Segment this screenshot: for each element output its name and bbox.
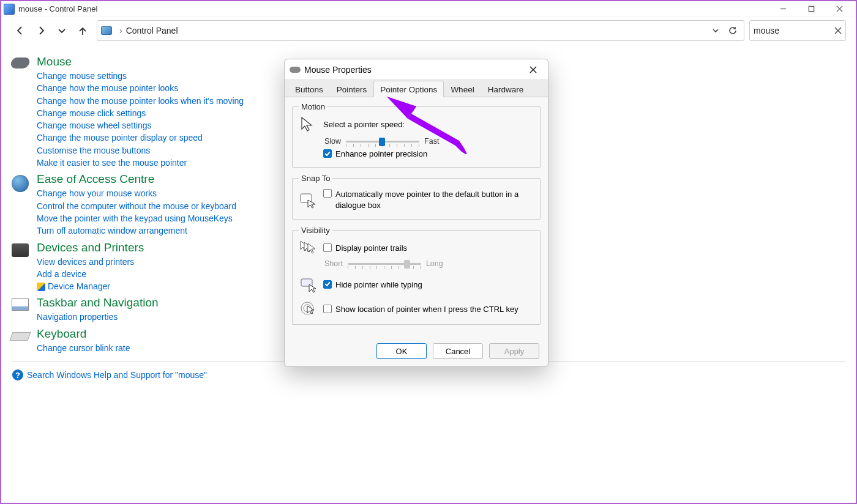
link-add-device[interactable]: Add a device — [37, 268, 144, 280]
trails-length-slider — [348, 258, 421, 269]
address-bar[interactable]: › Control Panel — [97, 20, 744, 41]
forward-button[interactable] — [32, 21, 50, 40]
window-title: mouse - Control Panel — [18, 4, 97, 13]
dlg-title: Mouse Properties — [304, 65, 372, 75]
link-change-pointer-moving[interactable]: Change how the mouse pointer looks when … — [37, 95, 244, 107]
control-panel-icon — [101, 26, 112, 35]
link-change-pointer-looks[interactable]: Change how the mouse pointer looks — [37, 82, 244, 94]
group-visibility: Visibility Display pointer trails Short … — [292, 226, 541, 325]
maximize-button[interactable] — [797, 1, 825, 17]
dlg-tabs: Buttons Pointers Pointer Options Wheel H… — [285, 80, 548, 97]
back-button[interactable] — [11, 21, 29, 40]
breadcrumb[interactable]: Control Panel — [126, 26, 178, 35]
ok-button[interactable]: OK — [376, 343, 427, 359]
group-motion: Motion Select a pointer speed: Slow Fast… — [292, 102, 541, 168]
group-title-taskbar[interactable]: Taskbar and Navigation — [37, 296, 159, 309]
hide-typing-checkbox[interactable] — [323, 280, 332, 289]
pointer-trails-checkbox[interactable] — [323, 243, 332, 252]
svg-marker-9 — [302, 117, 312, 131]
link-change-mouse-works[interactable]: Change how your mouse works — [37, 187, 236, 199]
close-button[interactable] — [825, 1, 853, 17]
cancel-button[interactable]: Cancel — [433, 343, 483, 359]
search-value: mouse — [754, 26, 834, 35]
link-control-without-mouse[interactable]: Control the computer without the mouse o… — [37, 200, 236, 212]
link-view-devices[interactable]: View devices and printers — [37, 256, 144, 268]
hide-typing-icon — [299, 275, 317, 294]
up-button[interactable] — [73, 21, 92, 40]
svg-rect-1 — [809, 6, 814, 11]
group-title-ease[interactable]: Ease of Access Centre — [37, 172, 236, 186]
addr-dropdown-button[interactable] — [707, 22, 724, 39]
tab-wheel[interactable]: Wheel — [444, 81, 481, 97]
help-icon: ? — [12, 369, 23, 380]
pointer-trails-label: Display pointer trails — [335, 243, 407, 253]
group-title-keyboard[interactable]: Keyboard — [37, 327, 130, 341]
pointer-speed-slider[interactable] — [346, 136, 419, 147]
snap-icon — [299, 191, 317, 209]
ease-of-access-icon — [12, 175, 29, 192]
help-search-link[interactable]: ? Search Windows Help and Support for "m… — [10, 366, 847, 384]
app-icon — [4, 4, 15, 15]
mouse-mini-icon — [290, 67, 301, 73]
ctrl-locate-label: Show location of pointer when I press th… — [335, 305, 518, 314]
minimize-button[interactable] — [769, 1, 797, 17]
dlg-close-button[interactable] — [523, 61, 543, 78]
link-change-wheel-settings[interactable]: Change mouse wheel settings — [37, 119, 244, 132]
link-navigation-properties[interactable]: Navigation properties — [37, 311, 159, 323]
clear-search-icon[interactable] — [834, 27, 842, 34]
tab-buttons[interactable]: Buttons — [288, 81, 330, 97]
pointer-trails-icon — [299, 239, 317, 257]
ctrl-locate-icon — [299, 300, 317, 318]
apply-button[interactable]: Apply — [489, 343, 539, 359]
pointer-speed-label: Select a pointer speed: — [323, 120, 405, 129]
link-change-mouse-settings[interactable]: Change mouse settings — [37, 70, 244, 82]
enhance-precision-checkbox[interactable] — [323, 149, 332, 158]
link-device-manager[interactable]: Device Manager — [37, 280, 144, 292]
tab-pointer-options[interactable]: Pointer Options — [373, 81, 444, 97]
group-snap-to: Snap To Automatically move pointer to th… — [292, 174, 541, 220]
snap-to-label: Automatically move pointer to the defaul… — [335, 189, 534, 210]
pointer-speed-icon — [299, 115, 317, 133]
ctrl-locate-checkbox[interactable] — [323, 305, 332, 313]
shield-icon — [37, 283, 45, 291]
tab-hardware[interactable]: Hardware — [481, 81, 531, 97]
refresh-button[interactable] — [724, 22, 741, 39]
link-turnoff-arrangement[interactable]: Turn off automatic window arrangement — [37, 224, 236, 237]
keyboard-icon — [9, 332, 31, 341]
link-cursor-blink[interactable]: Change cursor blink rate — [37, 342, 130, 354]
link-easier-see-pointer[interactable]: Make it easier to see the mouse pointer — [37, 157, 244, 169]
group-title-mouse[interactable]: Mouse — [37, 55, 244, 69]
taskbar-icon — [12, 298, 29, 311]
link-mousekeys[interactable]: Move the pointer with the keypad using M… — [37, 212, 236, 224]
chevron-right-icon: › — [119, 26, 122, 35]
mouse-icon — [10, 57, 31, 69]
search-box[interactable]: mouse — [749, 20, 846, 41]
svg-marker-16 — [309, 284, 316, 292]
printer-icon — [12, 243, 29, 257]
group-title-devices[interactable]: Devices and Printers — [37, 241, 144, 254]
link-change-display-speed[interactable]: Change the mouse pointer display or spee… — [37, 132, 244, 144]
enhance-precision-label: Enhance pointer precision — [335, 149, 427, 158]
snap-to-checkbox[interactable] — [323, 189, 332, 198]
recent-button[interactable] — [53, 21, 71, 40]
link-customise-buttons[interactable]: Customise the mouse buttons — [37, 144, 244, 157]
dlg-titlebar: Mouse Properties — [285, 59, 548, 80]
tab-pointers[interactable]: Pointers — [330, 81, 374, 97]
nav-toolbar: › Control Panel mouse — [1, 17, 856, 44]
mouse-properties-dialog: Mouse Properties Buttons Pointers Pointe… — [284, 59, 548, 367]
hide-typing-label: Hide pointer while typing — [335, 280, 422, 289]
link-change-click-settings[interactable]: Change mouse click settings — [37, 107, 244, 119]
window-titlebar: mouse - Control Panel — [1, 1, 856, 17]
